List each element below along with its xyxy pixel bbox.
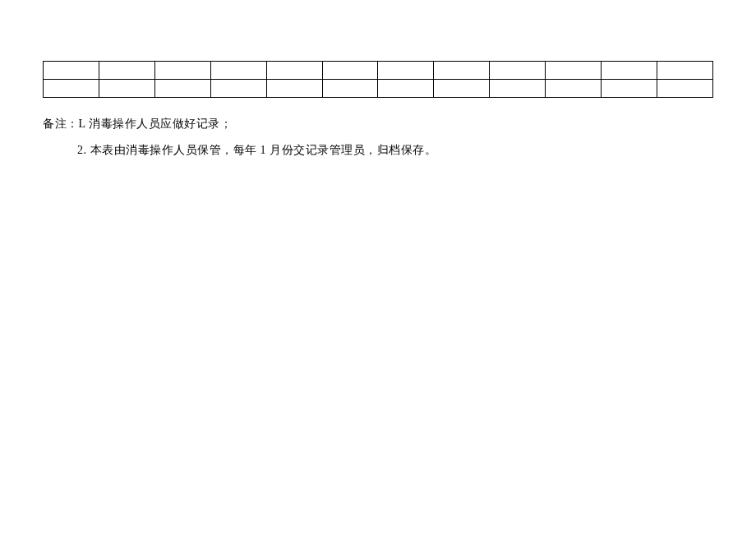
table-cell <box>44 80 99 98</box>
table-cell <box>657 80 712 98</box>
table-cell <box>266 80 322 98</box>
table-cell <box>322 62 378 80</box>
note-line-2: 2. 本表由消毒操作人员保管，每年 1 月份交记录管理员，归档保存。 <box>43 137 713 164</box>
table-cell <box>99 62 154 80</box>
table-cell <box>602 80 657 98</box>
note-line-1: 备注：L 消毒操作人员应做好记录； <box>43 111 713 137</box>
table-cell <box>44 62 99 80</box>
table-cell <box>490 80 546 98</box>
table-cell <box>322 80 378 98</box>
table-cell <box>602 62 657 80</box>
table-cell <box>378 80 434 98</box>
table-cell <box>210 62 266 80</box>
table-cell <box>154 62 210 80</box>
table-cell <box>378 62 434 80</box>
table-cell <box>266 62 322 80</box>
table-cell <box>657 62 712 80</box>
document-page: 备注：L 消毒操作人员应做好记录； 2. 本表由消毒操作人员保管，每年 1 月份… <box>0 0 756 164</box>
table-row <box>44 62 713 80</box>
table-cell <box>154 80 210 98</box>
table-cell <box>546 62 602 80</box>
table-row <box>44 80 713 98</box>
notes-section: 备注：L 消毒操作人员应做好记录； 2. 本表由消毒操作人员保管，每年 1 月份… <box>43 111 713 164</box>
table-cell <box>546 80 602 98</box>
table-cell <box>434 80 490 98</box>
table-cell <box>434 62 490 80</box>
table-cell <box>210 80 266 98</box>
record-table <box>43 61 713 98</box>
table-cell <box>99 80 154 98</box>
table-cell <box>490 62 546 80</box>
